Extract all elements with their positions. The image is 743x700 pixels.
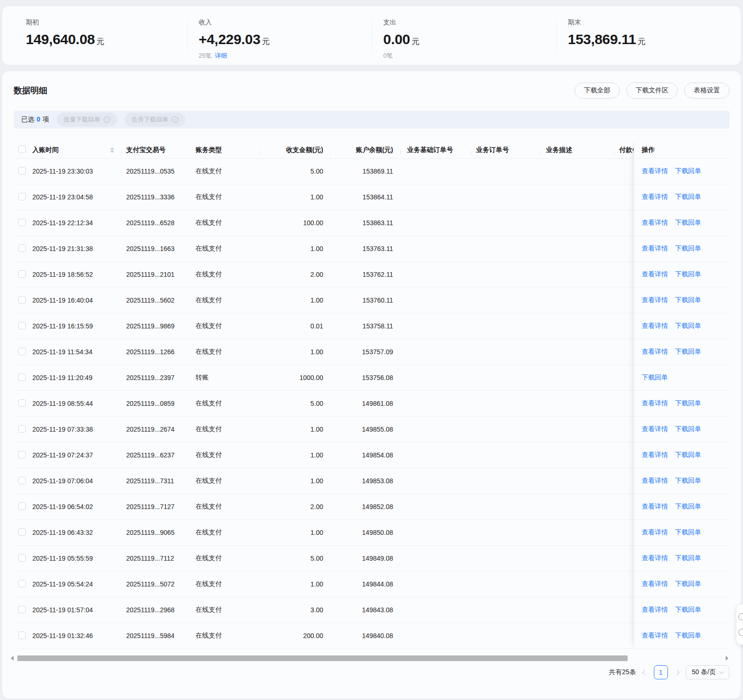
row-checkbox[interactable]	[18, 219, 26, 226]
cell-trade-no: 20251119...2674	[121, 426, 191, 433]
row-checkbox[interactable]	[18, 296, 26, 304]
download-receipt-link[interactable]: 下载回单	[675, 322, 701, 330]
cell-trade-no: 20251119...1663	[121, 245, 191, 252]
row-checkbox[interactable]	[18, 502, 26, 510]
summary-label: 支出	[383, 18, 556, 27]
row-checkbox[interactable]	[18, 606, 26, 613]
col-header-operation: 操作	[634, 142, 729, 159]
view-detail-link[interactable]: 查看详情	[642, 528, 668, 537]
row-checkbox[interactable]	[18, 193, 26, 200]
col-header-amount: 收支金额(元)	[260, 146, 331, 154]
table-row: 2025-11-19 23:30:03 20251119...0535 在线支付…	[14, 159, 729, 184]
download-receipt-link[interactable]: 下载回单	[675, 554, 701, 563]
view-detail-link[interactable]: 查看详情	[642, 219, 668, 227]
summary-unit: 元	[262, 37, 270, 46]
row-checkbox[interactable]	[18, 477, 26, 484]
cell-time: 2025-11-19 05:54:24	[31, 580, 121, 588]
download-receipt-link[interactable]: 下载回单	[675, 270, 701, 279]
row-checkbox[interactable]	[18, 554, 26, 562]
row-operation-cell: 查看详情下载回单	[634, 339, 729, 365]
download-receipt-link[interactable]: 下载回单	[642, 373, 668, 382]
view-detail-link[interactable]: 查看详情	[642, 296, 668, 304]
download-all-button[interactable]: 下载全部	[575, 83, 620, 99]
summary-amount: 153,869.11	[568, 31, 637, 47]
cell-trade-no: 20251119...1266	[121, 348, 191, 356]
view-detail-link[interactable]: 查看详情	[642, 606, 668, 614]
row-checkbox[interactable]	[18, 580, 26, 587]
scroll-left-icon[interactable]	[11, 656, 14, 661]
prev-page-button[interactable]	[643, 670, 647, 674]
batch-download-receipt-button[interactable]: 批量下载回单 i	[57, 113, 117, 127]
row-checkbox[interactable]	[18, 167, 26, 175]
row-checkbox[interactable]	[18, 348, 26, 355]
download-receipt-link[interactable]: 下载回单	[675, 528, 701, 537]
row-checkbox[interactable]	[18, 373, 26, 381]
scroll-right-icon[interactable]	[726, 656, 728, 661]
row-checkbox[interactable]	[18, 451, 26, 458]
download-receipt-link[interactable]: 下载回单	[675, 219, 701, 227]
cell-trade-no: 20251119...3336	[121, 193, 191, 201]
cell-balance: 149855.08	[331, 426, 401, 433]
summary-value: 0.00元	[383, 31, 556, 47]
cell-amount: 1.00	[260, 580, 331, 588]
next-page-button[interactable]	[675, 670, 679, 674]
scrollbar-thumb[interactable]	[17, 655, 628, 661]
customer-service-icon[interactable]	[738, 629, 743, 636]
view-detail-link[interactable]: 查看详情	[642, 632, 668, 640]
download-receipt-link[interactable]: 下载回单	[675, 296, 701, 304]
view-detail-link[interactable]: 查看详情	[642, 451, 668, 459]
download-receipt-link[interactable]: 下载回单	[675, 606, 701, 614]
cell-time: 2025-11-19 22:12:34	[31, 219, 121, 227]
view-detail-link[interactable]: 查看详情	[642, 322, 668, 330]
download-receipt-link[interactable]: 下载回单	[675, 399, 701, 408]
download-receipt-link[interactable]: 下载回单	[675, 477, 701, 485]
table-settings-button[interactable]: 表格设置	[684, 83, 729, 99]
table-row: 2025-11-19 05:54:24 20251119...5072 在线支付…	[14, 571, 729, 597]
download-receipt-link[interactable]: 下载回单	[675, 502, 701, 511]
row-checkbox[interactable]	[18, 425, 26, 433]
download-receipt-link[interactable]: 下载回单	[675, 348, 701, 356]
view-detail-link[interactable]: 查看详情	[642, 502, 668, 511]
history-icon[interactable]	[738, 613, 743, 620]
view-detail-link[interactable]: 查看详情	[642, 193, 668, 201]
floating-helper-widget[interactable]	[736, 604, 743, 645]
view-detail-link[interactable]: 查看详情	[642, 348, 668, 356]
row-checkbox[interactable]	[18, 244, 26, 252]
table-row: 2025-11-19 01:32:46 20251119...5984 在线支付…	[14, 623, 729, 649]
row-checkbox[interactable]	[18, 528, 26, 536]
download-receipt-link[interactable]: 下载回单	[675, 451, 701, 459]
view-detail-link[interactable]: 查看详情	[642, 270, 668, 279]
row-checkbox-cell	[14, 373, 31, 382]
row-checkbox[interactable]	[18, 270, 26, 278]
select-all-checkbox[interactable]	[18, 145, 26, 153]
income-detail-link[interactable]: 详细	[215, 52, 227, 60]
current-page-button[interactable]: 1	[654, 665, 668, 679]
download-receipt-link[interactable]: 下载回单	[675, 580, 701, 588]
download-receipt-link[interactable]: 下载回单	[675, 244, 701, 253]
view-detail-link[interactable]: 查看详情	[642, 554, 668, 563]
view-detail-link[interactable]: 查看详情	[642, 399, 668, 408]
download-receipt-link[interactable]: 下载回单	[675, 167, 701, 175]
page-size-select[interactable]: 50 条/页	[686, 665, 729, 679]
pagination-total: 共有25条	[609, 668, 636, 677]
cell-balance: 153762.11	[331, 271, 401, 278]
download-receipt-link[interactable]: 下载回单	[675, 425, 701, 434]
row-checkbox-cell	[14, 632, 31, 640]
view-detail-link[interactable]: 查看详情	[642, 477, 668, 485]
cell-amount: 1000.00	[260, 374, 331, 381]
download-receipt-link[interactable]: 下载回单	[675, 193, 701, 201]
cell-time: 2025-11-19 16:40:04	[31, 297, 121, 304]
view-detail-link[interactable]: 查看详情	[642, 580, 668, 588]
view-detail-link[interactable]: 查看详情	[642, 167, 668, 175]
download-filezone-button[interactable]: 下载文件区	[626, 83, 678, 99]
view-detail-link[interactable]: 查看详情	[642, 244, 668, 253]
col-header-time[interactable]: 入账时间	[31, 146, 121, 154]
download-receipt-link[interactable]: 下载回单	[675, 632, 701, 640]
row-checkbox[interactable]	[18, 322, 26, 329]
merge-download-receipt-button[interactable]: 合并下载回单 i	[125, 113, 185, 127]
sort-icon[interactable]	[110, 147, 114, 153]
row-checkbox[interactable]	[18, 632, 26, 639]
row-checkbox[interactable]	[18, 399, 26, 407]
cell-time: 2025-11-19 08:55:44	[31, 400, 121, 407]
view-detail-link[interactable]: 查看详情	[642, 425, 668, 434]
